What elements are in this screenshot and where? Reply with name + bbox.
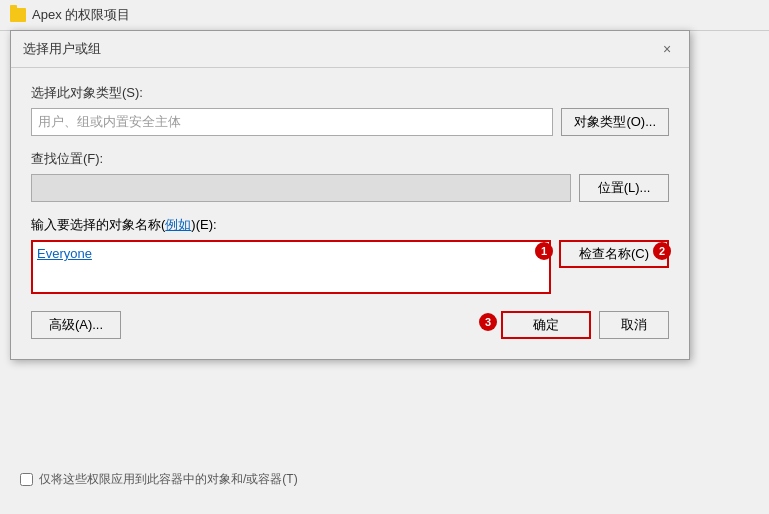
object-name-area: Everyone 1 检查名称(C) 2 bbox=[31, 240, 669, 297]
bottom-buttons: 确定 3 取消 bbox=[501, 311, 669, 339]
apply-checkbox[interactable] bbox=[20, 473, 33, 486]
dialog-close-button[interactable]: × bbox=[657, 39, 677, 59]
location-row: 位置(L)... bbox=[31, 174, 669, 202]
example-link[interactable]: 例如 bbox=[165, 217, 191, 232]
dialog-body: 选择此对象类型(S): 对象类型(O)... 查找位置(F): 位置(L)...… bbox=[11, 68, 689, 359]
apply-checkbox-label: 仅将这些权限应用到此容器中的对象和/或容器(T) bbox=[39, 471, 298, 488]
annotation-badge-1: 1 bbox=[535, 242, 553, 260]
object-name-input[interactable] bbox=[31, 240, 551, 294]
bg-bottom-area: 仅将这些权限应用到此容器中的对象和/或容器(T) bbox=[20, 471, 298, 494]
folder-icon bbox=[10, 8, 26, 22]
bg-titlebar: Apex 的权限项目 bbox=[0, 0, 769, 31]
ok-button-wrapper: 确定 3 bbox=[501, 311, 591, 339]
object-type-input[interactable] bbox=[31, 108, 553, 136]
location-label: 查找位置(F): bbox=[31, 150, 669, 168]
annotation-badge-2: 2 bbox=[653, 242, 671, 260]
dialog-titlebar: 选择用户或组 × bbox=[11, 31, 689, 68]
check-name-wrapper: 检查名称(C) 2 bbox=[559, 240, 669, 297]
checkbox-row: 仅将这些权限应用到此容器中的对象和/或容器(T) bbox=[20, 471, 298, 488]
select-user-dialog: 选择用户或组 × 选择此对象类型(S): 对象类型(O)... 查找位置(F):… bbox=[10, 30, 690, 360]
location-input[interactable] bbox=[31, 174, 571, 202]
object-name-label-text1: 输入要选择的对象名称( bbox=[31, 217, 165, 232]
object-type-button[interactable]: 对象类型(O)... bbox=[561, 108, 669, 136]
cancel-button[interactable]: 取消 bbox=[599, 311, 669, 339]
ok-button[interactable]: 确定 bbox=[501, 311, 591, 339]
check-name-button[interactable]: 检查名称(C) bbox=[559, 240, 669, 268]
advanced-button[interactable]: 高级(A)... bbox=[31, 311, 121, 339]
object-type-label: 选择此对象类型(S): bbox=[31, 84, 669, 102]
annotation-badge-3: 3 bbox=[479, 313, 497, 331]
object-type-row: 对象类型(O)... bbox=[31, 108, 669, 136]
object-name-label-text2: )(E): bbox=[191, 217, 216, 232]
bottom-section: 高级(A)... 确定 3 取消 bbox=[31, 311, 669, 339]
bg-title: Apex 的权限项目 bbox=[32, 6, 130, 24]
dialog-title: 选择用户或组 bbox=[23, 40, 101, 58]
location-button[interactable]: 位置(L)... bbox=[579, 174, 669, 202]
object-name-label: 输入要选择的对象名称(例如)(E): bbox=[31, 216, 669, 234]
name-input-wrapper: Everyone 1 bbox=[31, 240, 551, 297]
